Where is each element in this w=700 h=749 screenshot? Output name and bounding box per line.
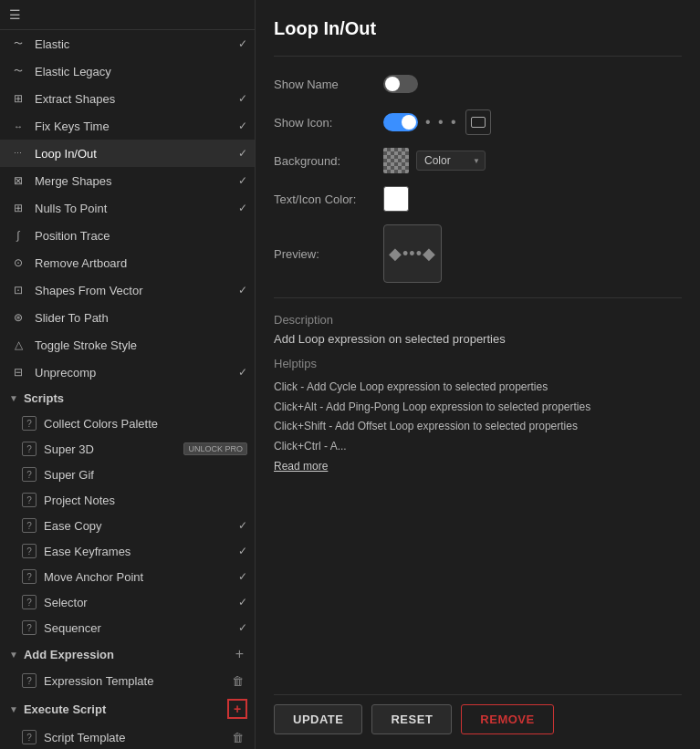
menu-item-shapes-from-vector[interactable]: ⊡ Shapes From Vector ✓ [0, 276, 255, 304]
add-expression-arrow-icon: ▼ [9, 650, 18, 660]
menu-item-label: Slider To Path [35, 311, 247, 325]
toggle-knob [402, 115, 416, 130]
menu-item-position-trace[interactable]: ∫ Position Trace [0, 222, 255, 249]
remove-artboard-icon: ⊙ [9, 254, 27, 272]
menu-item-label: Toggle Stroke Style [35, 338, 247, 352]
show-icon-toggle[interactable] [383, 113, 418, 131]
script-item-project-notes[interactable]: ? Project Notes [0, 487, 255, 513]
help-icon: ? [22, 544, 37, 558]
menu-item-unprecomp[interactable]: ⊟ Unprecomp ✓ [0, 359, 255, 386]
extract-shapes-icon: ⊞ [9, 89, 27, 108]
add-expression-plus-icon[interactable]: + [232, 646, 247, 662]
preview-box: ◆•••◆ [383, 224, 442, 283]
slider-path-icon: ⊛ [9, 308, 27, 327]
check-mark: ✓ [238, 570, 247, 583]
add-expression-title: Add Expression [24, 648, 232, 661]
help-icon: ? [22, 467, 37, 482]
help-icon: ? [22, 595, 37, 609]
menu-item-label: Fix Keys Time [35, 120, 235, 133]
reset-button[interactable]: RESET [371, 704, 452, 734]
description-section: Description Add Loop expression on selec… [274, 313, 682, 346]
menu-item-elastic[interactable]: 〜 Elastic ✓ [0, 30, 255, 57]
description-title: Description [274, 313, 682, 327]
background-dropdown[interactable]: Color None Custom [416, 151, 486, 171]
script-label: Super 3D [44, 442, 178, 456]
expression-template-delete-button[interactable]: 🗑 [227, 671, 247, 691]
show-name-toggle[interactable] [383, 75, 418, 93]
script-label: Super Gif [44, 468, 247, 482]
check-mark: ✓ [238, 202, 247, 214]
checker-icon [383, 148, 409, 173]
menu-item-label: Nulls To Point [35, 202, 235, 215]
help-icon: ? [22, 673, 37, 688]
check-mark: ✓ [238, 519, 247, 532]
shapes-vector-icon: ⊡ [9, 281, 27, 299]
helptip-line-4: Click+Ctrl - A... [274, 437, 682, 457]
helptip-line-3: Click+Shift - Add Offset Loop expression… [274, 417, 682, 437]
script-item-sequencer[interactable]: ? Sequencer ✓ [0, 615, 255, 640]
menu-item-remove-artboard[interactable]: ⊙ Remove Artboard [0, 249, 255, 276]
show-name-row: Show Name [274, 71, 682, 97]
script-item-super-3d[interactable]: ? Super 3D UNLOCK PRO [0, 436, 255, 462]
helptip-line-2: Click+Alt - Add Ping-Pong Loop expressio… [274, 398, 682, 418]
menu-item-nulls-to-point[interactable]: ⊞ Nulls To Point ✓ [0, 194, 255, 222]
script-item-script-template[interactable]: ? Script Template 🗑 [0, 724, 255, 749]
help-icon: ? [22, 518, 37, 533]
script-template-delete-button[interactable]: 🗑 [227, 727, 247, 747]
script-item-selector[interactable]: ? Selector ✓ [0, 589, 255, 615]
show-icon-label: Show Icon: [274, 116, 383, 130]
background-row: Background: Color None Custom [274, 148, 682, 173]
script-label: Selector [44, 596, 235, 609]
check-mark: ✓ [238, 37, 247, 50]
left-panel: ☰ 〜 Elastic ✓ 〜 Elastic Legacy ⊞ Extract… [0, 0, 256, 749]
script-item-super-gif[interactable]: ? Super Gif [0, 462, 255, 487]
check-mark: ✓ [238, 92, 247, 105]
script-label: Project Notes [44, 494, 247, 507]
script-item-collect-colors[interactable]: ? Collect Colors Palette [0, 411, 255, 436]
scripts-section-header[interactable]: ▼ Scripts [0, 386, 255, 411]
add-expression-header[interactable]: ▼ Add Expression + [0, 640, 255, 668]
hamburger-icon[interactable]: ☰ [9, 7, 21, 22]
read-more-link[interactable]: Read more [274, 460, 328, 473]
help-icon: ? [22, 416, 37, 431]
script-item-ease-copy[interactable]: ? Ease Copy ✓ [0, 513, 255, 538]
menu-item-loop-in-out[interactable]: ⋯ Loop In/Out ✓ [0, 140, 255, 167]
menu-item-extract-shapes[interactable]: ⊞ Extract Shapes ✓ [0, 85, 255, 112]
update-button[interactable]: UPDATE [274, 704, 362, 734]
check-mark: ✓ [238, 621, 247, 634]
divider-2 [274, 297, 682, 298]
remove-button[interactable]: REMOVE [461, 704, 553, 734]
helptip-line-1: Click - Add Cycle Loop expression to sel… [274, 378, 682, 398]
menu-item-slider-to-path[interactable]: ⊛ Slider To Path [0, 304, 255, 331]
text-icon-color-swatch[interactable] [383, 186, 409, 212]
help-icon: ? [22, 442, 37, 456]
check-mark: ✓ [238, 545, 247, 557]
script-item-move-anchor[interactable]: ? Move Anchor Point ✓ [0, 564, 255, 589]
text-icon-color-row: Text/Icon Color: [274, 186, 682, 212]
scripts-title: Scripts [24, 391, 247, 405]
script-item-ease-keyframes[interactable]: ? Ease Keyframes ✓ [0, 538, 255, 564]
script-item-expression-template[interactable]: ? Expression Template 🗑 [0, 668, 255, 693]
unlock-badge: UNLOCK PRO [183, 442, 247, 455]
toggle-stroke-icon: △ [9, 336, 27, 354]
icon-box[interactable] [465, 109, 491, 135]
menu-item-merge-shapes[interactable]: ⊠ Merge Shapes ✓ [0, 167, 255, 194]
check-mark: ✓ [238, 147, 247, 160]
svg-rect-0 [471, 118, 485, 128]
script-label: Ease Copy [44, 519, 235, 533]
execute-script-header[interactable]: ▼ Execute Script + [0, 693, 255, 724]
helptips-lines: Click - Add Cycle Loop expression to sel… [274, 378, 682, 456]
check-mark: ✓ [238, 120, 247, 132]
menu-item-elastic-legacy[interactable]: 〜 Elastic Legacy [0, 57, 255, 85]
nulls-icon: ⊞ [9, 199, 27, 217]
script-label: Ease Keyframes [44, 545, 235, 558]
menu-item-toggle-stroke[interactable]: △ Toggle Stroke Style [0, 331, 255, 359]
execute-script-add-button[interactable]: + [227, 699, 247, 719]
description-text: Add Loop expression on selected properti… [274, 332, 682, 346]
menu-list: 〜 Elastic ✓ 〜 Elastic Legacy ⊞ Extract S… [0, 30, 255, 386]
dots-icon: • • • [425, 114, 458, 130]
background-dropdown-wrapper: Color None Custom [416, 151, 486, 171]
menu-item-fix-keys-time[interactable]: ↔ Fix Keys Time ✓ [0, 112, 255, 140]
help-icon: ? [22, 493, 37, 507]
menu-item-label: Extract Shapes [35, 92, 235, 106]
